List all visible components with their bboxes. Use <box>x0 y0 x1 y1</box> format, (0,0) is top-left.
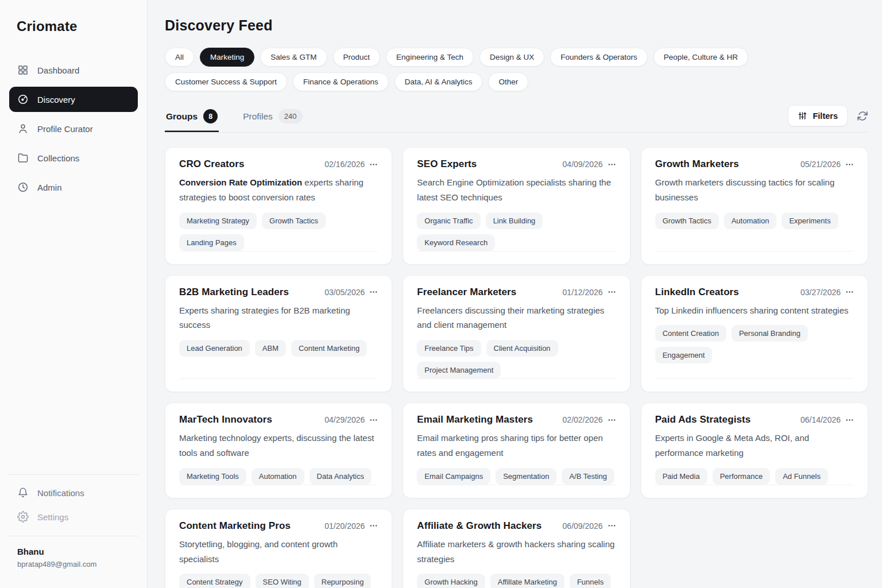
sidebar-item-label: Collections <box>37 153 79 163</box>
filter-chip-data-ai-analytics[interactable]: Data, AI & Analytics <box>394 72 483 91</box>
group-tags: Freelance TipsClient AcquisitionProject … <box>417 340 616 378</box>
group-meta: 01/12/2026 <box>563 288 616 297</box>
group-tag: Funnels <box>570 574 611 588</box>
sidebar-item-settings[interactable]: Settings <box>9 506 138 528</box>
group-date: 03/05/2026 <box>324 288 365 297</box>
filter-chip-design-ux[interactable]: Design & UX <box>479 48 544 67</box>
group-title: Affiliate & Growth Hackers <box>417 520 541 532</box>
group-date: 04/09/2026 <box>563 160 603 169</box>
filter-chip-product[interactable]: Product <box>333 48 381 67</box>
group-card[interactable]: Content Marketing Pros01/20/2026Storytet… <box>165 509 392 588</box>
card-footer-divider <box>417 378 616 385</box>
group-description: Marketing technology experts, discussing… <box>179 431 378 461</box>
group-card[interactable]: Email Marketing Masters02/02/2026Email m… <box>403 403 630 498</box>
ellipsis-menu-icon[interactable] <box>845 416 854 424</box>
sidebar-item-admin[interactable]: Admin <box>9 175 138 200</box>
card-footer-divider <box>179 251 378 258</box>
filter-chip-engineering-tech[interactable]: Engineering & Tech <box>386 48 474 67</box>
ellipsis-menu-icon[interactable] <box>608 160 616 169</box>
group-tag: Automation <box>724 212 777 229</box>
group-description: Conversion Rate Optimization experts sha… <box>179 175 378 205</box>
group-tag: Lead Generation <box>179 340 250 357</box>
sidebar-footer-nav: NotificationsSettings <box>9 475 138 536</box>
group-tag: Segmentation <box>496 468 556 485</box>
group-date: 02/02/2026 <box>563 415 603 424</box>
ellipsis-menu-icon[interactable] <box>845 288 854 296</box>
tab-groups[interactable]: Groups 8 <box>165 107 219 132</box>
filter-chip-all[interactable]: All <box>165 48 194 67</box>
group-card[interactable]: Affiliate & Growth Hackers06/09/2026Affi… <box>403 509 630 588</box>
profile-icon <box>17 123 29 134</box>
group-card-header: Affiliate & Growth Hackers06/09/2026 <box>417 520 616 532</box>
page-title: Discovery Feed <box>165 17 868 34</box>
group-meta: 04/09/2026 <box>563 160 616 169</box>
card-footer-divider <box>655 251 854 258</box>
ellipsis-menu-icon[interactable] <box>369 416 378 424</box>
card-footer-divider <box>655 485 854 492</box>
filters-button[interactable]: Filters <box>788 105 848 126</box>
ellipsis-menu-icon[interactable] <box>369 521 378 530</box>
group-tag: A/B Testing <box>562 468 614 485</box>
group-tag: Landing Pages <box>179 234 244 251</box>
filter-chip-sales-gtm[interactable]: Sales & GTM <box>260 48 327 67</box>
ellipsis-menu-icon[interactable] <box>369 288 378 296</box>
card-footer-divider <box>179 485 378 492</box>
group-tag: Freelance Tips <box>417 340 481 357</box>
group-date: 02/16/2026 <box>324 160 365 169</box>
group-card-header: CRO Creators02/16/2026 <box>179 158 378 170</box>
group-card[interactable]: Freelancer Marketers01/12/2026Freelancer… <box>403 275 630 393</box>
group-tag: Growth Hacking <box>417 574 485 588</box>
filters-button-label: Filters <box>813 111 838 121</box>
group-title: SEO Experts <box>417 158 477 170</box>
group-description: Affiliate marketers & growth hackers sha… <box>417 537 616 567</box>
filter-chip-marketing[interactable]: Marketing <box>200 48 254 67</box>
sidebar-item-label: Settings <box>37 512 68 522</box>
group-tag: Keyword Research <box>417 234 495 251</box>
group-card[interactable]: B2B Marketing Leaders03/05/2026Experts s… <box>165 275 392 393</box>
tabs-controls: Filters <box>788 105 868 126</box>
group-title: LinkedIn Creators <box>655 287 739 298</box>
group-card[interactable]: CRO Creators02/16/2026Conversion Rate Op… <box>165 147 392 265</box>
ellipsis-menu-icon[interactable] <box>369 160 378 169</box>
filter-chip-people-culture-hr[interactable]: People, Culture & HR <box>653 48 748 67</box>
group-meta: 06/14/2026 <box>800 415 854 424</box>
sidebar-item-profile-curator[interactable]: Profile Curator <box>9 116 138 141</box>
group-tag: Data Analytics <box>310 468 372 485</box>
discovery-icon <box>17 94 29 105</box>
ellipsis-menu-icon[interactable] <box>608 521 616 530</box>
group-card-header: SEO Experts04/09/2026 <box>417 158 616 170</box>
group-tags: Marketing StrategyGrowth TacticsLanding … <box>179 212 378 251</box>
sidebar-item-discovery[interactable]: Discovery <box>9 87 138 112</box>
group-date: 03/27/2026 <box>800 288 841 297</box>
group-description: Experts in Google & Meta Ads, ROI, and p… <box>655 431 854 461</box>
ellipsis-menu-icon[interactable] <box>608 288 616 296</box>
sidebar-item-collections[interactable]: Collections <box>9 145 138 171</box>
filter-chip-customer-success-support[interactable]: Customer Success & Support <box>165 72 287 91</box>
group-card[interactable]: MarTech Innovators04/29/2026Marketing te… <box>165 403 392 498</box>
user-email: bpratap489@gmail.com <box>17 560 130 568</box>
group-card[interactable]: Growth Marketers05/21/2026Growth markete… <box>641 147 868 265</box>
group-card[interactable]: SEO Experts04/09/2026Search Engine Optim… <box>403 147 630 265</box>
profiles-count-badge: 240 <box>278 109 303 123</box>
sidebar-item-dashboard[interactable]: Dashboard <box>9 57 138 83</box>
group-card[interactable]: Paid Ads Strategists06/14/2026Experts in… <box>641 403 868 498</box>
tab-profiles[interactable]: Profiles 240 <box>242 107 303 132</box>
sidebar-item-notifications[interactable]: Notifications <box>9 482 138 504</box>
user-block[interactable]: Bhanu bpratap489@gmail.com <box>9 536 138 572</box>
main-content: Discovery Feed AllMarketingSales & GTMPr… <box>148 0 882 588</box>
ellipsis-menu-icon[interactable] <box>845 160 854 169</box>
filter-chip-finance-operations[interactable]: Finance & Operations <box>293 72 389 91</box>
filter-chip-other[interactable]: Other <box>488 72 528 91</box>
ellipsis-menu-icon[interactable] <box>608 416 616 424</box>
groups-count-badge: 8 <box>203 109 218 123</box>
filter-chip-founders-operators[interactable]: Founders & Operators <box>550 48 648 67</box>
group-tag: Client Acquisition <box>486 340 558 357</box>
sliders-icon <box>798 111 807 121</box>
group-meta: 02/16/2026 <box>324 160 378 169</box>
group-card[interactable]: LinkedIn Creators03/27/2026Top Linkedin … <box>641 275 868 393</box>
refresh-icon[interactable] <box>857 110 868 122</box>
group-tags: Organic TrafficLink BuildingKeyword Rese… <box>417 212 616 251</box>
card-footer-divider <box>417 251 616 258</box>
group-description: Email marketing pros sharing tips for be… <box>417 431 616 461</box>
group-tag: Experiments <box>782 212 838 229</box>
